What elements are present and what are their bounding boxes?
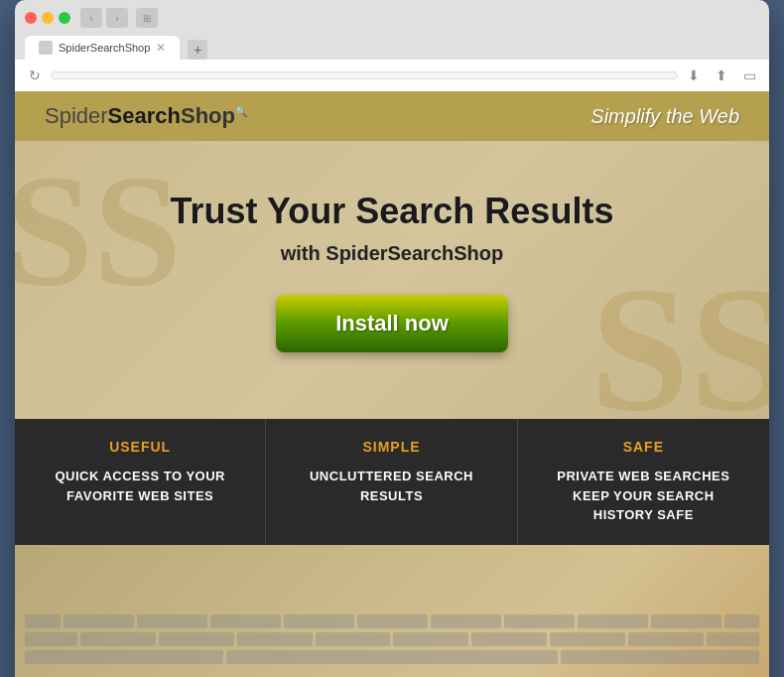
key [25, 632, 77, 646]
back-button[interactable]: ‹ [80, 8, 102, 28]
keyboard-decoration [15, 605, 769, 678]
browser-window: ‹ › ⊞ SpiderSearchShop ✕ + ↻ ⬇ ⬆ ▭ [15, 0, 769, 677]
site-logo: SpiderSearchShop🔍 [45, 103, 247, 129]
hero-title: Trust Your Search Results [35, 191, 749, 232]
key [504, 614, 575, 628]
key [80, 632, 156, 646]
logo-search: Search [108, 103, 181, 128]
key [210, 614, 281, 628]
feature-simple-label: SIMPLE [290, 439, 492, 455]
key [651, 614, 721, 628]
maximize-window-button[interactable] [59, 12, 70, 24]
key [628, 632, 704, 646]
tab-favicon [39, 41, 53, 55]
key [550, 632, 625, 646]
key [578, 614, 648, 628]
key [284, 614, 354, 628]
hero-content: Trust Your Search Results with SpiderSea… [35, 191, 749, 352]
key [25, 614, 61, 628]
key [431, 614, 501, 628]
feature-safe-label: SAFE [542, 439, 745, 455]
key-row-2 [25, 632, 759, 646]
tab-view-button[interactable]: ⊞ [136, 8, 158, 28]
logo-icon: 🔍 [235, 106, 247, 117]
refresh-icon[interactable]: ↻ [25, 66, 45, 85]
feature-useful-desc: QUICK ACCESS TO YOUR FAVORITE WEB SITES [39, 467, 241, 505]
toolbar-icons: ⬇ ⬆ ▭ [684, 66, 759, 85]
share-icon[interactable]: ⬆ [712, 66, 731, 85]
feature-useful: USEFUL QUICK ACCESS TO YOUR FAVORITE WEB… [15, 419, 266, 545]
key [561, 650, 759, 664]
feature-safe: SAFE PRIVATE WEB SEARCHES KEEP YOUR SEAR… [518, 419, 769, 545]
address-bar-row: ↻ ⬇ ⬆ ▭ [15, 60, 769, 91]
address-bar[interactable] [51, 71, 678, 79]
logo-spider: Spider [45, 103, 108, 128]
minimize-window-button[interactable] [42, 12, 54, 24]
key [226, 650, 558, 664]
header-tagline: Simplify the Web [590, 105, 739, 128]
tab-close-button[interactable]: ✕ [156, 41, 166, 55]
add-tab-button[interactable]: + [188, 40, 207, 60]
logo-shop: Shop [181, 103, 235, 128]
key [393, 632, 468, 646]
key [64, 614, 134, 628]
feature-useful-label: USEFUL [39, 439, 241, 455]
key [316, 632, 391, 646]
hero-subtitle: with SpiderSearchShop [35, 242, 749, 265]
site-header: SpiderSearchShop🔍 Simplify the Web [15, 91, 769, 141]
reader-icon[interactable]: ▭ [739, 66, 759, 85]
site-content: SpiderSearchShop🔍 Simplify the Web SS SS… [15, 91, 769, 677]
key [25, 650, 223, 664]
features-section: USEFUL QUICK ACCESS TO YOUR FAVORITE WEB… [15, 419, 769, 545]
download-icon[interactable]: ⬇ [684, 66, 704, 85]
hero-section: SS SS Trust Your Search Results with Spi… [15, 141, 769, 419]
tab-label: SpiderSearchShop [59, 42, 150, 54]
feature-simple: SIMPLE UNCLUTTERED SEARCH RESULTS [266, 419, 517, 545]
browser-top-bar: ‹ › ⊞ [25, 8, 759, 28]
key [724, 614, 760, 628]
tab-bar: SpiderSearchShop ✕ + [25, 36, 759, 60]
key [237, 632, 313, 646]
feature-safe-desc: PRIVATE WEB SEARCHES KEEP YOUR SEARCH HI… [542, 467, 745, 525]
forward-button[interactable]: › [106, 8, 128, 28]
browser-chrome: ‹ › ⊞ SpiderSearchShop ✕ + [15, 0, 769, 60]
key-row-1 [25, 614, 759, 628]
key-row-3 [25, 650, 759, 664]
decorative-section [15, 545, 769, 678]
key [159, 632, 234, 646]
key [707, 632, 759, 646]
nav-buttons: ‹ › [80, 8, 128, 28]
key [357, 614, 428, 628]
traffic-lights [25, 12, 70, 24]
key [137, 614, 207, 628]
install-button[interactable]: Install now [276, 295, 508, 352]
active-tab[interactable]: SpiderSearchShop ✕ [25, 36, 180, 60]
close-window-button[interactable] [25, 12, 37, 24]
key [471, 632, 547, 646]
feature-simple-desc: UNCLUTTERED SEARCH RESULTS [290, 467, 492, 505]
